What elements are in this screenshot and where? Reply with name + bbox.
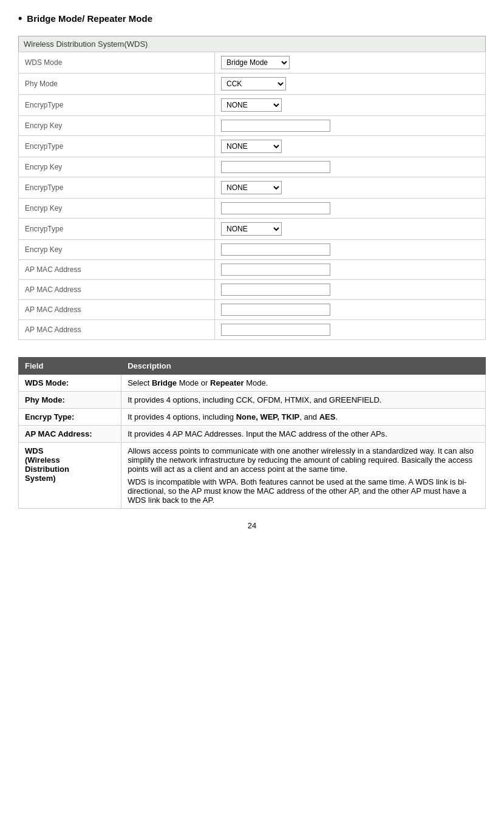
wds-input-encryp-key-3[interactable] [221,120,330,132]
wds-select-encryptype-8[interactable]: NONEWEPTKIPAES [221,222,282,236]
wds-input-ap-mac-address-11[interactable] [221,284,330,296]
desc-field-value: It provides 4 options, including None, W… [121,409,486,426]
wds-row-value[interactable] [214,199,485,219]
wds-input-ap-mac-address-12[interactable] [221,304,330,316]
wds-row: EncrypTypeNONEWEPTKIPAES [19,177,486,199]
wds-row: EncrypTypeNONEWEPTKIPAES [19,95,486,116]
wds-select-wds-mode-0[interactable]: Bridge ModeRepeater Mode [221,56,290,69]
wds-row: WDS ModeBridge ModeRepeater Mode [19,52,486,73]
desc-field-label: WDS Mode: [19,375,121,392]
desc-field-label: Phy Mode: [19,392,121,409]
desc-field-label: Encryp Type: [19,409,121,426]
wds-row-value[interactable]: Bridge ModeRepeater Mode [214,52,485,73]
desc-row: WDS(WirelessDistributionSystem)Allows ac… [19,443,486,509]
wds-row-label: Encryp Key [19,240,215,260]
wds-row-value[interactable] [214,300,485,320]
wds-row: Encryp Key [19,240,486,260]
desc-field-value: Allows access points to communicate with… [121,443,486,509]
wds-row-value[interactable] [214,240,485,260]
wds-row-value[interactable] [214,157,485,177]
wds-row: Encryp Key [19,199,486,219]
wds-select-encryptype-4[interactable]: NONEWEPTKIPAES [221,140,282,153]
wds-select-encryptype-2[interactable]: NONEWEPTKIPAES [221,98,282,112]
wds-row: Encryp Key [19,157,486,177]
wds-row-label: Encryp Key [19,157,215,177]
wds-row-value[interactable]: NONEWEPTKIPAES [214,136,485,157]
wds-row-label: EncrypType [19,136,215,157]
wds-row-value[interactable]: NONEWEPTKIPAES [214,95,485,116]
desc-field-label: WDS(WirelessDistributionSystem) [19,443,121,509]
wds-row-value[interactable]: NONEWEPTKIPAES [214,177,485,199]
wds-row: AP MAC Address [19,260,486,280]
wds-row-label: AP MAC Address [19,280,215,300]
wds-row-value[interactable]: NONEWEPTKIPAES [214,219,485,240]
wds-row-label: AP MAC Address [19,300,215,320]
wds-row-value[interactable] [214,320,485,340]
wds-row-label: AP MAC Address [19,260,215,280]
wds-row-value[interactable] [214,116,485,136]
wds-row-value[interactable] [214,260,485,280]
wds-row-label: AP MAC Address [19,320,215,340]
wds-row-label: Phy Mode [19,73,215,95]
page-title: Bridge Mode/ Repeater Mode [18,12,486,25]
desc-field-label: AP MAC Address: [19,426,121,443]
wds-row: AP MAC Address [19,280,486,300]
wds-input-ap-mac-address-13[interactable] [221,324,330,336]
desc-field-value: It provides 4 options, including CCK, OF… [121,392,486,409]
page-number: 24 [18,521,486,530]
wds-row-value[interactable]: CCKOFDMHTMIXGREENFIELD [214,73,485,95]
wds-row-label: EncrypType [19,219,215,240]
wds-row-label: EncrypType [19,95,215,116]
desc-row: Phy Mode:It provides 4 options, includin… [19,392,486,409]
wds-table-caption: Wireless Distribution System(WDS) [18,36,486,52]
wds-row: EncrypTypeNONEWEPTKIPAES [19,136,486,157]
wds-row-label: Encryp Key [19,116,215,136]
wds-row-value[interactable] [214,280,485,300]
wds-row: AP MAC Address [19,300,486,320]
desc-row: AP MAC Address:It provides 4 AP MAC Addr… [19,426,486,443]
wds-row: Phy ModeCCKOFDMHTMIXGREENFIELD [19,73,486,95]
wds-input-encryp-key-7[interactable] [221,202,330,214]
wds-row-label: EncrypType [19,177,215,199]
wds-input-encryp-key-5[interactable] [221,161,330,173]
desc-row: Encryp Type:It provides 4 options, inclu… [19,409,486,426]
desc-row: WDS Mode:Select Bridge Mode or Repeater … [19,375,486,392]
desc-field-value: It provides 4 AP MAC Addresses. Input th… [121,426,486,443]
wds-table: Wireless Distribution System(WDS) WDS Mo… [18,36,486,340]
wds-row-label: Encryp Key [19,199,215,219]
desc-header-description: Description [121,358,486,375]
desc-header-field: Field [19,358,121,375]
description-table: Field Description WDS Mode:Select Bridge… [18,357,486,509]
wds-input-ap-mac-address-10[interactable] [221,264,330,276]
wds-select-phy-mode-1[interactable]: CCKOFDMHTMIXGREENFIELD [221,77,286,90]
wds-row: EncrypTypeNONEWEPTKIPAES [19,219,486,240]
wds-input-encryp-key-9[interactable] [221,244,330,256]
wds-row: Encryp Key [19,116,486,136]
desc-field-value: Select Bridge Mode or Repeater Mode. [121,375,486,392]
wds-row-label: WDS Mode [19,52,215,73]
wds-row: AP MAC Address [19,320,486,340]
wds-select-encryptype-6[interactable]: NONEWEPTKIPAES [221,181,282,194]
